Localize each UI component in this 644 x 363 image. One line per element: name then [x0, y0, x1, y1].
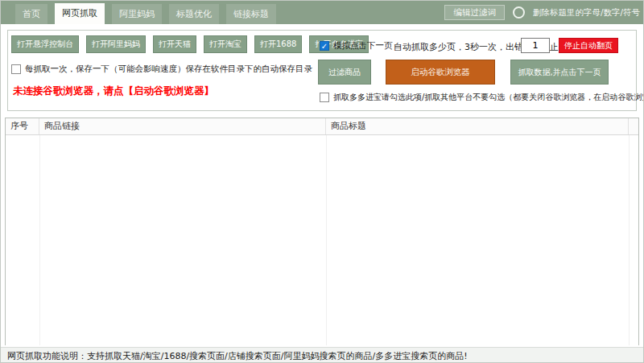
toolbar-panel: 打开悬浮控制台 打开阿里妈妈 打开天猫 打开淘宝 打开1688 打开多多进宝 模…	[7, 30, 637, 111]
column-header-index[interactable]: 序号	[6, 118, 39, 134]
results-table: 序号 商品链接 商品标题	[5, 118, 639, 345]
column-divider	[39, 135, 40, 345]
checkbox-icon[interactable]	[320, 93, 329, 102]
filter-products-button[interactable]: 过滤商品	[318, 60, 371, 85]
open-1688-button[interactable]: 打开1688	[254, 35, 302, 53]
tab-bar: 首页 网页抓取 阿里妈妈 标题优化 链接标题 编辑过滤词 删除标题里的字母/数字…	[1, 1, 644, 24]
open-taobao-button[interactable]: 打开淘宝	[204, 35, 247, 53]
open-alimama-button[interactable]: 打开阿里妈妈	[86, 35, 146, 53]
tab-home[interactable]: 首页	[15, 4, 47, 24]
table-header-row: 序号 商品链接 商品标题	[6, 118, 638, 135]
tab-title-optimize[interactable]: 标题优化	[169, 4, 219, 24]
status-bar: 网页抓取功能说明：支持抓取天猫/淘宝/1688/搜索页面/店铺搜索页面/阿里妈妈…	[1, 347, 644, 363]
grab-data-next-page-button[interactable]: 抓取数据,并点击下一页	[510, 60, 609, 85]
checkbox-icon[interactable]	[11, 64, 21, 74]
table-body-empty	[6, 135, 638, 345]
chrome-not-connected-warning: 未连接谷歌浏览器，请点【启动谷歌浏览器】	[13, 85, 214, 98]
tab-alimama[interactable]: 阿里妈妈	[112, 4, 162, 24]
launch-chrome-button[interactable]: 启动谷歌浏览器	[386, 60, 495, 85]
app-window: 首页 网页抓取 阿里妈妈 标题优化 链接标题 编辑过滤词 删除标题里的字母/数字…	[1, 1, 643, 362]
simulate-click-label: 模拟点击下一页	[333, 40, 393, 52]
pdd-option-label: 抓取多多进宝请勾选此项/抓取其他平台不要勾选（都要关闭谷歌浏览器，在启动谷歌浏览…	[333, 92, 644, 103]
open-tmall-button[interactable]: 打开天猫	[153, 35, 196, 53]
tab-strip: 首页 网页抓取 阿里妈妈 标题优化 链接标题	[15, 3, 276, 24]
edit-filter-words-button[interactable]: 编辑过滤词	[444, 5, 505, 20]
tab-web-scrape[interactable]: 网页抓取	[55, 3, 105, 24]
stop-auto-paging-button[interactable]: 停止自动翻页	[559, 38, 618, 53]
tab-link-title[interactable]: 链接标题	[226, 4, 276, 24]
open-buttons-row: 打开悬浮控制台 打开阿里妈妈 打开天猫 打开淘宝 打开1688 打开多多进宝	[11, 35, 369, 53]
delete-chars-label: 删除标题里的字母/数字/符号	[533, 7, 640, 19]
tabbar-right-group: 编辑过滤词 删除标题里的字母/数字/符号	[444, 4, 640, 21]
status-text: 网页抓取功能说明：支持抓取天猫/淘宝/1688/搜索页面/店铺搜索页面/阿里妈妈…	[7, 350, 468, 362]
simulate-click-checkbox-row[interactable]: 模拟点击下一页	[320, 40, 393, 52]
column-divider	[629, 135, 630, 345]
pdd-option-checkbox-row[interactable]: 抓取多多进宝请勾选此项/抓取其他平台不要勾选（都要关闭谷歌浏览器，在启动谷歌浏览…	[320, 92, 644, 103]
open-console-button[interactable]: 打开悬浮控制台	[11, 35, 79, 53]
circle-radio-icon[interactable]	[513, 6, 525, 19]
checkbox-icon[interactable]	[320, 41, 329, 51]
page-count-input[interactable]	[521, 38, 550, 53]
save-each-grab-checkbox-row[interactable]: 每抓取一次，保存一下（可能会影响速度）保存在软件目录下的自动保存目录	[11, 64, 312, 75]
save-each-grab-label: 每抓取一次，保存一下（可能会影响速度）保存在软件目录下的自动保存目录	[25, 64, 312, 75]
column-header-product-title[interactable]: 商品标题	[326, 118, 629, 134]
column-divider	[326, 135, 327, 345]
column-header-product-link[interactable]: 商品链接	[39, 118, 326, 134]
